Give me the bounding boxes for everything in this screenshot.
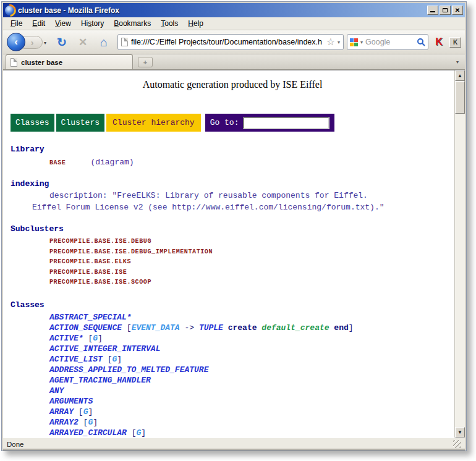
tab-cluster-base[interactable]: cluster base [6, 54, 133, 69]
search-bar[interactable]: ▾ [347, 34, 428, 50]
history-nav-cluster: › ‹ ▾ [7, 33, 51, 51]
kaspersky-icon[interactable]: K [432, 36, 446, 48]
menu-help[interactable]: Help [183, 18, 208, 29]
clusters-button[interactable]: Clusters [56, 114, 104, 132]
subcluster-link[interactable]: PRECOMPILE.BASE.ELKS [11, 257, 454, 268]
subcluster-link[interactable]: PRECOMPILE.BASE.ISE.SCOOP [11, 277, 454, 288]
class-link[interactable]: ARRAYED_CIRCULAR [G] [11, 428, 454, 438]
status-text: Done [7, 441, 24, 448]
library-heading: Library [11, 145, 454, 154]
page-content: Automatic generation produced by ISE Eif… [3, 70, 454, 438]
close-button[interactable]: ✕ [452, 6, 463, 15]
page-banner: Automatic generation produced by ISE Eif… [11, 79, 454, 90]
tab-title: cluster base [21, 59, 62, 66]
class-link[interactable]: ACTIVE* [G] [11, 333, 454, 344]
class-link[interactable]: ARRAY2 [G] [11, 417, 454, 428]
class-link[interactable]: ABSTRACT_SPECIAL* [11, 312, 454, 323]
subcluster-link[interactable]: PRECOMPILE.BASE.ISE [11, 268, 454, 278]
menu-bookmarks[interactable]: Bookmarks [109, 18, 156, 29]
stop-button[interactable]: ✕ [75, 34, 91, 50]
subclusters-heading: Subclusters [11, 224, 454, 234]
library-row: BASE(diagram) [11, 158, 454, 167]
search-engine-dropdown-icon[interactable]: ▾ [360, 40, 363, 45]
reload-button[interactable]: ↻ [54, 34, 70, 50]
class-link[interactable]: ACTIVE_LIST [G] [11, 354, 454, 365]
library-name: BASE [49, 159, 66, 166]
resize-grip[interactable] [453, 440, 461, 448]
search-icon[interactable] [417, 38, 425, 46]
subcluster-link[interactable]: PRECOMPILE.BASE.ISE.DEBUG_IMPLEMENTATION [11, 247, 454, 258]
home-button[interactable]: ⌂ [96, 34, 112, 50]
status-bar: Done [3, 438, 465, 450]
menu-view[interactable]: View [50, 18, 76, 29]
class-link[interactable]: ANY [11, 386, 454, 396]
class-link[interactable]: ACTION_SEQUENCE [EVENT_DATA -> TUPLE cre… [11, 323, 454, 333]
page-icon [121, 38, 128, 46]
close-icon: ✕ [455, 7, 460, 14]
menu-file[interactable]: File [6, 18, 27, 29]
k-button[interactable]: K [449, 37, 461, 48]
cluster-hierarchy-button[interactable]: Cluster hierarchy [106, 114, 201, 132]
tab-bar: cluster base + ▾ [3, 54, 465, 70]
back-button[interactable]: ‹ [7, 33, 25, 51]
indexing-line-1: description: "FreeELKS: Library of reusa… [11, 191, 454, 200]
subclusters-list: PRECOMPILE.BASE.ISE.DEBUGPRECOMPILE.BASE… [11, 237, 454, 288]
diagram-link[interactable]: (diagram) [90, 158, 134, 167]
vertical-scrollbar[interactable]: ▲ ▼ [454, 70, 465, 438]
maximize-icon [443, 8, 448, 12]
navigation-toolbar: › ‹ ▾ ↻ ✕ ⌂ ☆ ▾ ▾ K K [3, 30, 465, 54]
window-controls: ✕ [427, 6, 463, 15]
goto-label: Go to: [210, 118, 239, 127]
menu-edit[interactable]: Edit [27, 18, 50, 29]
minimize-button[interactable] [427, 6, 438, 15]
scroll-up-button[interactable]: ▲ [455, 70, 465, 81]
class-link[interactable]: AGENT_TRACING_HANDLER [11, 375, 454, 386]
class-link[interactable]: ARRAY [G] [11, 407, 454, 417]
tab-page-icon [11, 58, 17, 67]
new-tab-button[interactable]: + [138, 57, 153, 67]
menu-bar: FileEditViewHistoryBookmarksToolsHelp [3, 17, 465, 30]
page-nav-buttons: Classes Clusters Cluster hierarchy Go to… [11, 114, 454, 132]
menu-tools[interactable]: Tools [156, 18, 183, 29]
tab-list-dropdown-icon[interactable]: ▾ [453, 57, 462, 67]
scrollbar-thumb[interactable] [455, 81, 465, 114]
class-link[interactable]: ARGUMENTS [11, 396, 454, 407]
indexing-line-2: Eiffel Forum License v2 (see http://www.… [11, 203, 454, 212]
search-input[interactable] [365, 38, 417, 46]
classes-heading: Classes [11, 300, 454, 310]
history-dropdown-icon[interactable]: ▾ [44, 40, 46, 46]
subcluster-link[interactable]: PRECOMPILE.BASE.ISE.DEBUG [11, 237, 454, 247]
indexing-heading: indexing [11, 179, 454, 188]
class-link[interactable]: ACTIVE_INTEGER_INTERVAL [11, 344, 454, 354]
menu-history[interactable]: History [76, 18, 109, 29]
url-input[interactable] [131, 38, 326, 46]
url-dropdown-icon[interactable]: ▾ [338, 40, 340, 45]
title-bar[interactable]: cluster base - Mozilla Firefox ✕ [3, 3, 465, 17]
minimize-icon [430, 8, 435, 12]
scroll-down-button[interactable]: ▼ [455, 427, 465, 438]
bookmark-star-icon[interactable]: ☆ [326, 37, 335, 47]
firefox-icon [5, 6, 15, 15]
goto-input[interactable] [243, 117, 329, 129]
classes-list: ABSTRACT_SPECIAL*ACTION_SEQUENCE [EVENT_… [11, 312, 454, 438]
content-wrapper: Automatic generation produced by ISE Eif… [3, 70, 465, 438]
class-link[interactable]: ADDRESS_APPLIED_TO_MELTED_FEATURE [11, 365, 454, 375]
address-bar[interactable]: ☆ ▾ [117, 34, 344, 50]
classes-button[interactable]: Classes [11, 114, 54, 132]
browser-window: cluster base - Mozilla Firefox ✕ FileEdi… [1, 1, 467, 451]
goto-block: Go to: [205, 114, 335, 132]
google-logo-icon[interactable] [350, 38, 358, 46]
maximize-button[interactable] [440, 6, 451, 15]
window-title: cluster base - Mozilla Firefox [18, 6, 119, 15]
